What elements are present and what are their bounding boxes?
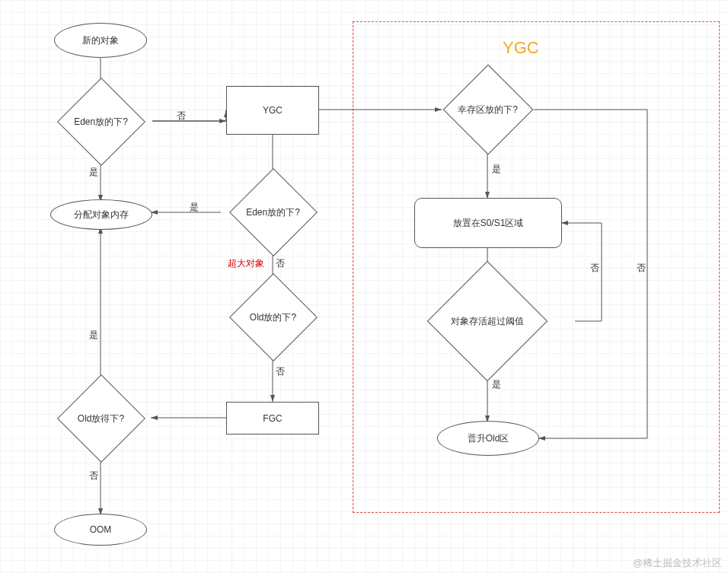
node-old-fits-2-text: Old放得下?: [78, 412, 124, 425]
node-survivor-fits: 幸存区放的下?: [440, 83, 535, 136]
node-ygc-text: YGC: [263, 105, 283, 116]
label-age-no: 否: [590, 262, 599, 275]
node-place-s0s1: 放置在S0/S1区域: [414, 198, 562, 248]
node-new-object-text: 新的对象: [82, 34, 119, 47]
node-new-object: 新的对象: [54, 23, 147, 58]
label-edenfits1-yes: 是: [89, 166, 98, 179]
node-alloc-mem: 分配对象内存: [50, 199, 152, 230]
node-alloc-mem-text: 分配对象内存: [74, 209, 129, 221]
label-survivor-no: 否: [637, 262, 646, 275]
label-edenfits1-no: 否: [177, 110, 186, 123]
label-oldfits2-no: 否: [89, 470, 98, 482]
node-old-fits-1-text: Old放的下?: [250, 311, 296, 324]
node-promote-old: 晋升Old区: [437, 421, 539, 456]
node-old-fits-1: Old放的下?: [221, 291, 325, 344]
node-age-exceeds-text: 对象存活超过阈值: [451, 315, 524, 328]
node-eden-fits-1: Eden放的下?: [49, 95, 153, 148]
label-age-yes: 是: [492, 378, 501, 391]
node-age-exceeds: 对象存活超过阈值: [399, 294, 576, 348]
node-oom: OOM: [54, 514, 147, 546]
node-place-s0s1-text: 放置在S0/S1区域: [453, 217, 524, 230]
node-survivor-fits-text: 幸存区放的下?: [458, 103, 518, 116]
flowchart-canvas: YGC: [0, 0, 728, 573]
node-ygc: YGC: [226, 86, 319, 135]
node-eden-fits-2-text: Eden放的下?: [246, 206, 300, 219]
label-edenfits2-no: 否: [276, 257, 285, 270]
label-oldfits2-yes: 是: [89, 329, 98, 342]
node-fgc: FGC: [226, 402, 319, 435]
label-huge-object: 超大对象: [228, 257, 264, 270]
ygc-group-title: YGC: [503, 38, 539, 58]
node-old-fits-2: Old放得下?: [49, 392, 153, 445]
label-survivor-yes: 是: [492, 163, 501, 176]
label-edenfits2-yes: 是: [190, 201, 199, 214]
node-fgc-text: FGC: [263, 413, 282, 424]
label-oldfits1-no: 否: [276, 365, 285, 378]
node-oom-text: OOM: [90, 524, 112, 535]
watermark: @稀土掘金技术社区: [633, 556, 722, 570]
node-eden-fits-1-text: Eden放的下?: [74, 116, 128, 129]
node-promote-old-text: 晋升Old区: [468, 432, 509, 445]
node-eden-fits-2: Eden放的下?: [221, 186, 325, 239]
